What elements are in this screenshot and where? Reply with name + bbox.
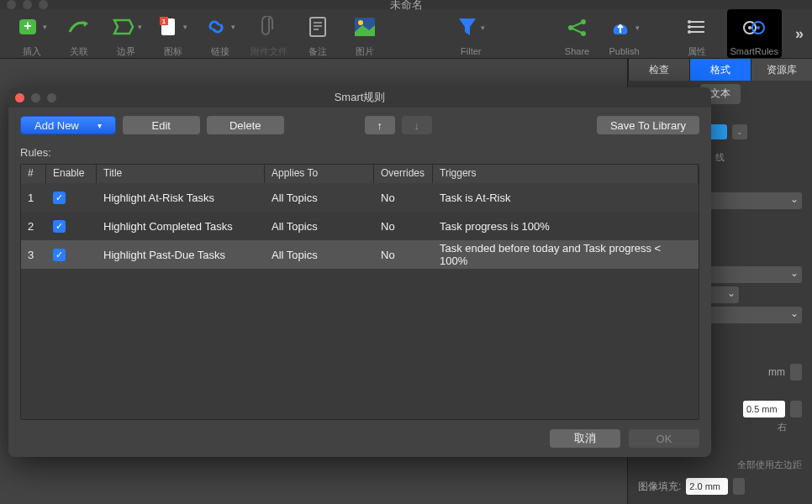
- modal-close[interactable]: [15, 93, 24, 102]
- panel-tab-format[interactable]: 格式: [689, 59, 751, 81]
- modal-min: [31, 93, 40, 102]
- save-to-library-button[interactable]: Save To Library: [597, 116, 699, 134]
- svg-line-14: [572, 23, 582, 27]
- cell-num: 1: [21, 192, 46, 204]
- rules-table: # Enable Title Applies To Overrides Trig…: [20, 164, 699, 420]
- tool-share[interactable]: Share: [561, 11, 594, 56]
- svg-text:1: 1: [161, 18, 166, 25]
- chevron-down-icon: ▾: [231, 23, 235, 31]
- titlebar: 未命名: [0, 0, 812, 9]
- cell-enable[interactable]: ✓: [46, 191, 97, 204]
- panel-tab-library[interactable]: 资源库: [751, 59, 812, 81]
- svg-rect-5: [310, 18, 325, 36]
- panel-tab-inspect[interactable]: 检查: [628, 59, 689, 81]
- tool-relate[interactable]: 关联: [62, 10, 96, 58]
- checkbox-icon[interactable]: ✓: [53, 220, 66, 233]
- cell-triggers: Task progress is 100%: [433, 220, 699, 233]
- tool-smartrules[interactable]: SmartRules: [727, 9, 782, 58]
- tool-insert[interactable]: + ▾ 插入: [15, 10, 49, 58]
- ok-button: OK: [629, 429, 699, 448]
- tool-attach: 附件文件: [250, 10, 287, 58]
- cell-title: Highlight Past-Due Tasks: [97, 249, 265, 261]
- stepper-3[interactable]: [733, 478, 745, 495]
- tool-marker[interactable]: 1 ▾ 图标: [156, 10, 190, 58]
- cell-triggers: Task is At-Risk: [433, 192, 699, 204]
- col-overrides[interactable]: Overrides: [374, 165, 433, 183]
- svg-text:+: +: [24, 18, 31, 33]
- stroke-dropdown[interactable]: ⌄: [732, 124, 747, 139]
- cell-applies: All Topics: [265, 192, 374, 204]
- rules-header: # Enable Title Applies To Overrides Trig…: [21, 165, 699, 183]
- toolbar-overflow[interactable]: »: [795, 25, 804, 43]
- use-left-margin: 全部使用左边距: [638, 459, 802, 471]
- cell-triggers: Task ended before today and Task progres…: [433, 242, 699, 267]
- cell-overrides: No: [374, 249, 433, 261]
- stepper-2[interactable]: [790, 401, 802, 417]
- tool-boundary[interactable]: ▾ 边界: [109, 10, 143, 58]
- modal-zoom: [47, 93, 56, 102]
- svg-point-20: [688, 25, 691, 29]
- svg-line-15: [572, 29, 582, 33]
- chevron-down-icon: ▾: [183, 23, 187, 31]
- add-new-button[interactable]: Add New▾: [20, 116, 116, 134]
- checkbox-icon[interactable]: ✓: [53, 249, 66, 261]
- cell-title: Highlight At-Risk Tasks: [97, 192, 265, 204]
- col-triggers[interactable]: Triggers: [433, 165, 699, 183]
- svg-point-19: [688, 20, 691, 24]
- col-title[interactable]: Title: [97, 165, 265, 183]
- cell-enable[interactable]: ✓: [46, 219, 97, 233]
- chevron-down-icon: ▾: [138, 23, 142, 31]
- image-fill-input[interactable]: 2.0 mm: [686, 478, 728, 495]
- cell-num: 2: [21, 220, 46, 233]
- zoom-window[interactable]: [39, 0, 48, 9]
- svg-point-25: [757, 26, 760, 29]
- tool-notes[interactable]: 备注: [301, 10, 335, 58]
- col-applies[interactable]: Applies To: [265, 165, 374, 183]
- cell-applies: All Topics: [265, 220, 374, 233]
- window-title: 未命名: [390, 0, 423, 13]
- cell-overrides: No: [374, 192, 433, 204]
- svg-point-10: [358, 20, 363, 25]
- table-row[interactable]: 1✓Highlight At-Risk TasksAll TopicsNoTas…: [21, 183, 699, 212]
- modal-titlebar: Smart规则: [8, 87, 711, 108]
- table-row[interactable]: 3✓Highlight Past-Due TasksAll TopicsNoTa…: [21, 240, 699, 269]
- tool-props[interactable]: 属性: [680, 10, 714, 58]
- tool-image[interactable]: 图片: [348, 10, 382, 58]
- cell-enable[interactable]: ✓: [46, 248, 97, 261]
- cell-overrides: No: [374, 220, 433, 233]
- cancel-button[interactable]: 取消: [550, 429, 620, 448]
- chevron-down-icon: ▾: [98, 121, 102, 130]
- chevron-down-icon: ▾: [635, 24, 640, 32]
- table-row[interactable]: 2✓Highlight Completed TasksAll TopicsNoT…: [21, 212, 699, 240]
- cell-applies: All Topics: [265, 249, 374, 261]
- svg-point-23: [748, 26, 751, 29]
- minimize-window[interactable]: [23, 0, 32, 9]
- smartrules-modal: Smart规则 Add New▾ Edit Delete ↑ ↓ Save To…: [8, 87, 711, 457]
- checkbox-icon[interactable]: ✓: [53, 192, 66, 204]
- rules-label: Rules:: [8, 143, 711, 164]
- chevron-down-icon: ▾: [481, 24, 485, 32]
- col-enable[interactable]: Enable: [46, 165, 97, 183]
- image-fill-label: 图像填充:: [638, 480, 681, 494]
- modal-title: Smart规则: [335, 90, 386, 105]
- move-down-button: ↓: [402, 116, 432, 134]
- toolbar: + ▾ 插入 关联 ▾ 边界 1 ▾ 图标: [0, 9, 812, 59]
- col-num[interactable]: #: [21, 165, 46, 183]
- delete-button[interactable]: Delete: [207, 116, 284, 134]
- svg-point-21: [688, 30, 691, 34]
- move-up-button[interactable]: ↑: [365, 116, 395, 134]
- traffic-lights: [7, 0, 48, 9]
- tool-filter[interactable]: ▾ Filter: [454, 11, 488, 56]
- mm-label: mm: [768, 366, 785, 378]
- chevron-down-icon: ▾: [43, 23, 47, 31]
- thickness-input[interactable]: 0.5 mm: [743, 401, 785, 417]
- tool-publish[interactable]: ▾ Publish: [608, 11, 641, 56]
- cell-num: 3: [21, 249, 46, 261]
- close-window[interactable]: [7, 0, 16, 9]
- edit-button[interactable]: Edit: [123, 116, 200, 134]
- cell-title: Highlight Completed Tasks: [97, 220, 265, 233]
- stepper-1[interactable]: [790, 364, 802, 381]
- tool-link[interactable]: ▾ 链接: [203, 10, 237, 58]
